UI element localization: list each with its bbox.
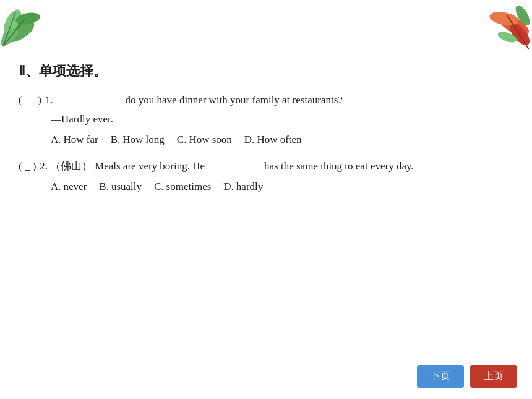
q2-options: A. never B. usually C. sometimes D. hard…: [51, 178, 513, 196]
q2-option-d-text: hardly: [236, 178, 263, 196]
q1-option-b: B. How long: [111, 131, 165, 149]
q1-after-blank: do you have dinner with your family at r…: [126, 92, 343, 109]
q1-option-d: D. How often: [244, 131, 302, 149]
question-1-row: ( ) 1. — do you have dinner with your fa…: [19, 92, 513, 109]
q2-paren: ( _ ): [19, 158, 36, 176]
q1-option-b-text: How long: [122, 131, 165, 149]
q2-option-d: D. hardly: [223, 178, 263, 196]
q1-option-c: C. How soon: [177, 131, 232, 149]
q1-before-blank: —: [56, 92, 66, 109]
q1-option-c-text: How soon: [189, 131, 231, 149]
deco-top-right: [470, 0, 532, 56]
q1-option-d-label: D.: [244, 131, 255, 149]
question-2-row: ( _ ) 2. （佛山） Meals are very boring. He …: [19, 158, 513, 176]
q1-blank: [71, 92, 121, 103]
q1-follow-up: —Hardly ever.: [51, 111, 513, 129]
q2-option-c-text: sometimes: [166, 178, 212, 196]
q2-blank: [210, 158, 259, 169]
q1-option-a: A. How far: [51, 131, 98, 149]
page-container: Ⅱ、单项选择。 ( ) 1. — do you have dinner with…: [0, 0, 532, 399]
question-2: ( _ ) 2. （佛山） Meals are very boring. He …: [19, 158, 513, 196]
q2-option-a-label: A.: [51, 178, 61, 196]
q2-option-b-text: usually: [111, 178, 142, 196]
q2-option-a-text: never: [64, 178, 87, 196]
nav-buttons: 下页 上页: [417, 365, 517, 388]
prev-button[interactable]: 上页: [470, 365, 517, 388]
q1-options: A. How far B. How long C. How soon D. Ho…: [51, 131, 513, 149]
q2-option-b-label: B.: [99, 178, 109, 196]
q1-number: 1.: [45, 92, 53, 109]
q2-prefix: （佛山）: [50, 158, 92, 176]
q1-option-a-text: How far: [64, 131, 98, 149]
q2-option-a: A. never: [51, 178, 87, 196]
content-area: Ⅱ、单项选择。 ( ) 1. — do you have dinner with…: [19, 62, 513, 356]
q2-option-c-label: C.: [154, 178, 164, 196]
section-title: Ⅱ、单项选择。: [19, 62, 513, 80]
q2-before-blank: Meals are very boring. He: [95, 158, 205, 176]
q2-number: 2.: [40, 158, 48, 176]
next-button[interactable]: 下页: [417, 365, 464, 388]
q1-option-c-label: C.: [177, 131, 187, 149]
q2-option-b: B. usually: [99, 178, 142, 196]
deco-top-left: [0, 0, 56, 56]
question-1: ( ) 1. — do you have dinner with your fa…: [19, 92, 513, 149]
q2-option-d-label: D.: [223, 178, 234, 196]
q2-option-c: C. sometimes: [154, 178, 211, 196]
q2-after-blank: has the same thing to eat every day.: [264, 158, 414, 176]
q1-option-d-text: How often: [257, 131, 301, 149]
q1-paren: ( ): [19, 92, 41, 109]
q1-option-b-label: B.: [111, 131, 121, 149]
q1-option-a-label: A.: [51, 131, 61, 149]
